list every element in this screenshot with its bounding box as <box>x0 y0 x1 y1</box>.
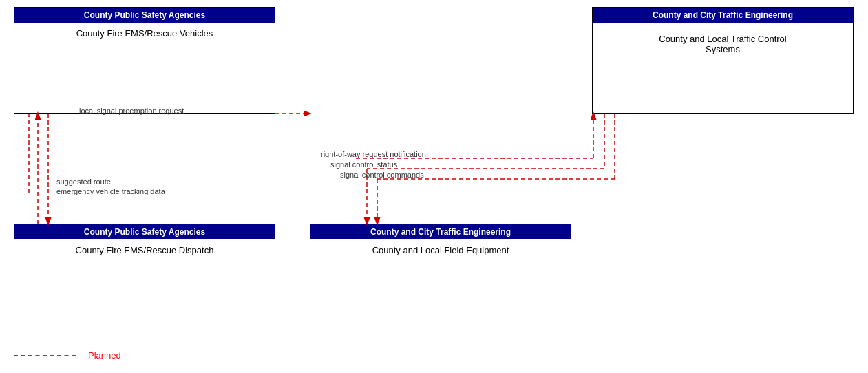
traffic-control-body: County and Local Traffic ControlSystems <box>593 23 853 60</box>
signal-status-label: signal control status <box>330 160 397 169</box>
fire-vehicles-header: County Public Safety Agencies <box>14 8 275 23</box>
ev-tracking-label: emergency vehicle tracking data <box>56 187 165 195</box>
legend: Planned <box>14 350 121 361</box>
traffic-control-header: County and City Traffic Engineering <box>593 8 853 23</box>
local-signal-label: local signal preemption request <box>79 107 184 115</box>
field-equipment-body: County and Local Field Equipment <box>310 239 571 261</box>
fire-vehicles-body: County Fire EMS/Rescue Vehicles <box>14 23 275 44</box>
row-request-label: right-of-way request notification <box>321 150 426 158</box>
fire-dispatch-body: County Fire EMS/Rescue Dispatch <box>14 239 275 261</box>
traffic-control-node: County and City Traffic Engineering Coun… <box>592 7 854 114</box>
fire-vehicles-node: County Public Safety Agencies County Fir… <box>14 7 275 114</box>
fire-dispatch-node: County Public Safety Agencies County Fir… <box>14 224 275 330</box>
diagram-container: County Public Safety Agencies County Fir… <box>0 0 868 373</box>
suggested-route-label: suggested route <box>56 178 111 186</box>
field-equipment-header: County and City Traffic Engineering <box>310 224 571 239</box>
field-equipment-node: County and City Traffic Engineering Coun… <box>310 224 571 330</box>
fire-dispatch-header: County Public Safety Agencies <box>14 224 275 239</box>
legend-label: Planned <box>88 350 121 361</box>
legend-line <box>14 355 76 356</box>
signal-commands-label: signal control commands <box>340 171 424 179</box>
